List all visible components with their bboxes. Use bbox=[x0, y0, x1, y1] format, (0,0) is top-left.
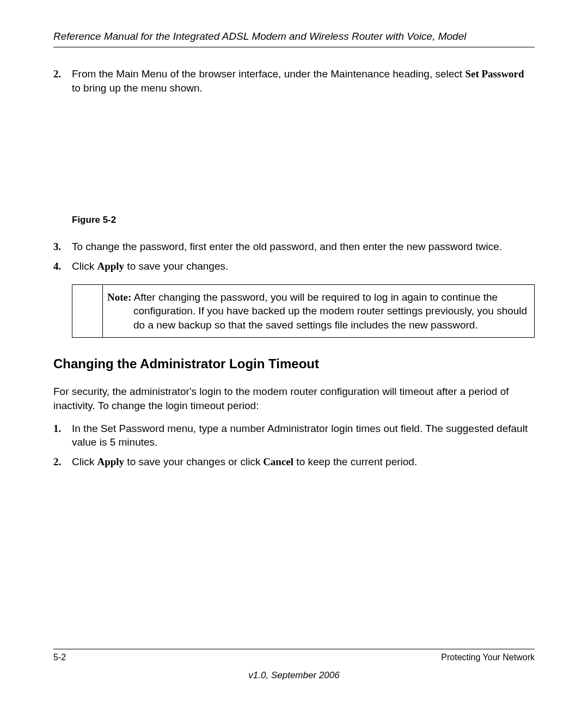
note-box: Note: After changing the password, you w… bbox=[72, 284, 535, 338]
para-text: nge the login timeout period: bbox=[128, 400, 259, 411]
step-text: password, and then enter the new passwor… bbox=[267, 241, 502, 252]
step-text: To change the password, first enter the … bbox=[72, 241, 267, 252]
note-icon-cell bbox=[72, 284, 103, 338]
steps-list-2: 1. In the Set Password menu, type a numb… bbox=[53, 422, 535, 469]
step-text: Click bbox=[72, 260, 97, 272]
step-bold: Set Password bbox=[465, 68, 524, 80]
para-text: For security, the administrator's login … bbox=[53, 386, 250, 397]
step-b2: 2. Click Apply to save your changes or c… bbox=[53, 455, 535, 469]
step-text: Click bbox=[72, 456, 97, 467]
footer-row: 5-2 Protecting Your Network bbox=[53, 653, 535, 662]
body-paragraph: For security, the administrator's login … bbox=[53, 385, 535, 412]
step-text: In the Set Password menu, type a number bbox=[72, 423, 265, 434]
step-number: 3. bbox=[53, 240, 61, 254]
header-rule bbox=[53, 47, 535, 47]
step-4: 4. Click Apply to save your changes. bbox=[53, 259, 535, 273]
step-text: to bring up the menu shown. bbox=[72, 82, 203, 94]
step-text: to keep the current period. bbox=[293, 456, 417, 467]
page-footer: 5-2 Protecting Your Network v1.0, Septem… bbox=[53, 649, 535, 681]
step-number: 1. bbox=[53, 422, 61, 436]
step-bold: Apply bbox=[97, 260, 124, 272]
note-text-cell: Note: After changing the password, you w… bbox=[103, 284, 535, 338]
footer-section-title: Protecting Your Network bbox=[441, 653, 535, 662]
figure-placeholder bbox=[53, 100, 535, 215]
step-number: 2. bbox=[53, 67, 61, 81]
steps-list-1b: 3. To change the password, first enter t… bbox=[53, 240, 535, 273]
para-text: modem router configuration bbox=[250, 386, 379, 397]
section-heading: Changing the Administrator Login Timeout bbox=[53, 356, 535, 372]
step-text: From the Main Menu of the browser interf… bbox=[72, 68, 430, 80]
step-3: 3. To change the password, first enter t… bbox=[53, 240, 535, 254]
step-number: 2. bbox=[53, 455, 61, 469]
step-b1: 1. In the Set Password menu, type a numb… bbox=[53, 422, 535, 449]
step-bold: Apply bbox=[97, 456, 124, 467]
footer-page-number: 5-2 bbox=[53, 653, 66, 662]
page-header-title: Reference Manual for the Integrated ADSL… bbox=[53, 31, 535, 47]
step-text: to save your changes. bbox=[124, 260, 228, 272]
step-text: , select bbox=[430, 68, 465, 80]
steps-list-1: 2. From the Main Menu of the browser int… bbox=[53, 67, 535, 95]
note-text: required to log in bbox=[319, 291, 399, 303]
step-number: 4. bbox=[53, 259, 61, 273]
note-text: After changing the password, you will be bbox=[131, 291, 318, 303]
step-text: to save your changes or click bbox=[124, 456, 260, 467]
figure-caption: Figure 5-2 bbox=[72, 215, 535, 226]
note-label: Note: bbox=[107, 291, 131, 303]
footer-version: v1.0, September 2006 bbox=[53, 670, 535, 681]
step-2: 2. From the Main Menu of the browser int… bbox=[53, 67, 535, 95]
footer-rule bbox=[53, 649, 535, 649]
step-bold: Cancel bbox=[260, 456, 293, 467]
note-text: the saved settings file includes the new… bbox=[246, 319, 478, 331]
